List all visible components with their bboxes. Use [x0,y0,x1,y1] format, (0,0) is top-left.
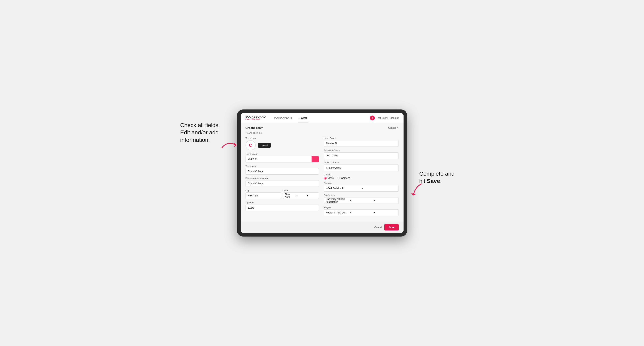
instruction-line1: Check all fields. [180,122,220,128]
form-body: Team logo C Upload Team colour [246,137,399,218]
gender-mens-label: Mens [328,177,334,179]
head-coach-label: Head Coach [324,137,398,139]
instruction-line3: information. [180,137,210,143]
app-logo: SCOREBOARD Powered by clippit [246,115,266,120]
nav-bar: SCOREBOARD Powered by clippit TOURNAMENT… [241,113,404,123]
city-group: City [246,189,281,199]
form-col-right: Head Coach Assistant Coach Athletic Dire… [324,137,398,218]
team-colour-group: Team colour [246,153,319,163]
logo-preview: C [246,140,256,150]
state-clear-icon[interactable]: ✕ [296,194,306,197]
athletic-director-input[interactable] [324,165,398,171]
user-avatar: T [370,116,375,120]
logo-upload-area: C Upload [246,140,319,150]
assistant-coach-label: Assistant Coach [324,149,398,152]
upload-button[interactable]: Upload [258,143,271,148]
assistant-coach-input[interactable] [324,152,398,159]
conference-label: Conference [324,194,398,196]
instruction-right-line1: Complete and [419,171,454,177]
region-value: Region II - (M) DIII [326,211,349,214]
gender-womens-radio[interactable] [337,177,340,179]
conference-value: University Athletic Association [326,198,349,203]
division-label: Division [324,182,398,184]
form-header: Create Team Cancel ✕ [246,126,399,130]
logo-letter: C [249,143,252,148]
gender-mens-radio[interactable] [324,177,326,179]
team-colour-input[interactable] [246,156,312,163]
gender-label: Gender [324,173,398,176]
region-select[interactable]: Region II - (M) DIII ✕ ▾ [324,209,398,216]
gender-womens-label: Womens [341,177,350,179]
division-group: Division NCAA Division III ▾ [324,182,398,192]
division-select[interactable]: NCAA Division III ▾ [324,185,398,192]
tab-tournaments[interactable]: TOURNAMENTS [273,114,293,122]
tab-teams[interactable]: TEAMS [298,114,308,122]
team-logo-group: Team logo C Upload [246,137,319,150]
section-label: TEAM DETAILS [246,132,399,134]
city-input[interactable] [246,192,281,199]
signout-link[interactable]: Sign out [390,117,398,119]
division-arrow-icon: ▾ [362,187,397,190]
display-name-group: Display name (unique) [246,177,319,187]
team-logo-label: Team logo [246,137,319,139]
cancel-button[interactable]: Cancel [374,226,382,229]
zip-group: Zip code [246,201,319,211]
state-select[interactable]: New York ✕ ▾ [283,192,319,199]
conference-arrow-icon: ▾ [374,199,397,202]
right-arrow-icon [407,183,424,197]
athletic-director-label: Athletic Director [324,161,398,164]
cancel-top-button[interactable]: Cancel ✕ [388,127,398,129]
head-coach-group: Head Coach [324,137,398,147]
team-name-group: Team name [246,165,319,174]
state-label: State [283,189,319,192]
athletic-director-group: Athletic Director [324,161,398,171]
head-coach-input[interactable] [324,140,398,147]
form-col-left: Team logo C Upload Team colour [246,137,319,218]
state-arrow-icon: ▾ [307,194,317,197]
zip-input[interactable] [246,204,319,211]
gender-mens-option[interactable]: Mens [324,177,334,179]
conference-select[interactable]: University Athletic Association ✕ ▾ [324,197,398,204]
state-value: New York [285,193,295,198]
display-name-label: Display name (unique) [246,177,319,179]
gender-radio-group: Mens Womens [324,177,398,179]
tablet-screen: SCOREBOARD Powered by clippit TOURNAMENT… [241,113,404,233]
color-field-wrap [246,156,319,163]
user-label: Test User | [376,117,388,119]
tablet-frame: SCOREBOARD Powered by clippit TOURNAMENT… [237,109,407,237]
conference-clear-icon[interactable]: ✕ [350,199,373,202]
left-arrow-icon [221,140,239,150]
region-label: Region [324,206,398,209]
instruction-right-bold: Save [427,178,440,184]
region-clear-icon[interactable]: ✕ [350,211,373,214]
gender-group: Gender Mens Womens [324,173,398,179]
display-name-input[interactable] [246,180,319,187]
team-name-input[interactable] [246,168,319,174]
gender-womens-option[interactable]: Womens [337,177,350,179]
assistant-coach-group: Assistant Coach [324,149,398,159]
region-arrow-icon: ▾ [374,211,397,214]
close-icon: ✕ [397,127,399,129]
city-state-row: City State New York ✕ ▾ [246,189,319,201]
region-group: Region Region II - (M) DIII ✕ ▾ [324,206,398,216]
left-instruction: Check all fields. Edit and/or add inform… [180,109,225,144]
color-swatch[interactable] [312,156,319,163]
city-label: City [246,189,281,192]
instruction-line2: Edit and/or add [180,129,219,136]
form-footer: Cancel Save [241,222,404,233]
content-area: Create Team Cancel ✕ TEAM DETAILS Team l… [241,123,404,222]
nav-right: T Test User | Sign out [370,116,398,120]
team-name-label: Team name [246,165,319,167]
right-instruction: Complete and hit Save. [419,109,464,185]
conference-group: Conference University Athletic Associati… [324,194,398,204]
cancel-top-label: Cancel [388,127,396,129]
state-group: State New York ✕ ▾ [283,189,319,199]
team-colour-label: Team colour [246,153,319,155]
instruction-right-punct: . [440,178,442,184]
save-button[interactable]: Save [384,224,398,230]
zip-label: Zip code [246,201,319,204]
form-title: Create Team [246,126,264,130]
division-value: NCAA Division III [326,187,361,190]
